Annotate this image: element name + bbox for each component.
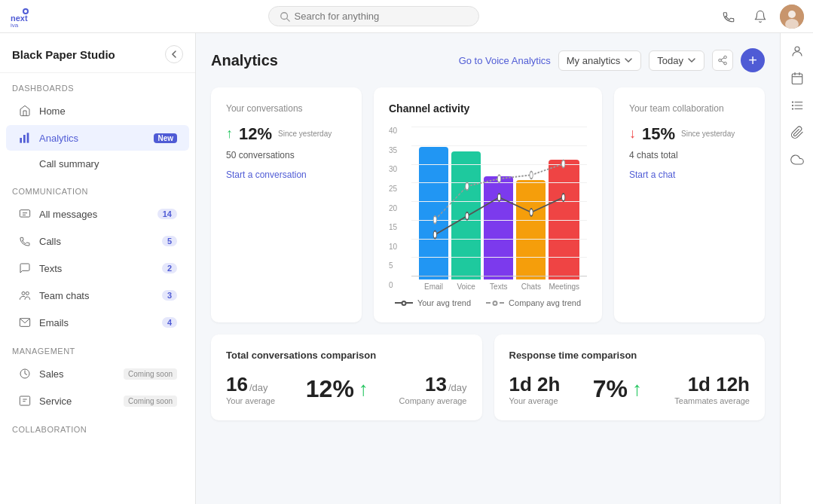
conversations-metric: ↑ 12% Since yesterday (226, 124, 347, 144)
dashboards-section-label: Dashboards (0, 73, 195, 97)
sidebar-item-emails-label: Emails (39, 317, 154, 328)
sidebar-item-service-label: Service (39, 396, 113, 407)
management-section-label: Management (0, 336, 195, 360)
right-bar-list-icon (790, 99, 804, 112)
sidebar-item-texts[interactable]: Texts 2 (6, 255, 189, 281)
collaboration-section-label: Collaboration (0, 414, 195, 438)
phone-icon-btn[interactable] (717, 5, 741, 29)
total-your-avg-unit: /day (249, 382, 268, 393)
legend-your-avg-label: Your avg trend (417, 298, 471, 307)
today-dropdown[interactable]: Today (649, 50, 704, 71)
bar-texts-label: Texts (490, 283, 507, 292)
start-conversation-link[interactable]: Start a conversation (226, 170, 347, 180)
sidebar-item-calls[interactable]: Calls 5 (6, 228, 189, 254)
sidebar-item-home[interactable]: Home (6, 98, 189, 124)
legend-company-avg-icon (486, 299, 504, 307)
y-axis-labels: 0 5 10 15 20 25 30 35 40 (389, 127, 411, 292)
total-company-avg-val: 13 (425, 373, 447, 396)
response-pct-up-arrow: ↑ (632, 377, 642, 401)
sidebar-item-call-summary[interactable]: Call summary (6, 152, 189, 176)
total-pct-block: 12% ↑ (306, 375, 368, 403)
sidebar-item-team-chats[interactable]: Team chats 3 (6, 283, 189, 308)
sidebar-item-emails[interactable]: Emails 4 (6, 310, 189, 335)
y-label-0: 0 (389, 281, 411, 289)
bell-icon-btn[interactable] (748, 5, 772, 29)
right-bar-list-btn[interactable] (785, 93, 809, 118)
right-bar-calendar-btn[interactable] (785, 66, 809, 90)
response-time-card: Response time comparison 1d 2h Your aver… (494, 334, 766, 420)
svg-point-4 (24, 10, 27, 13)
y-label-30: 30 (389, 165, 411, 173)
conversations-since: Since yesterday (278, 129, 332, 139)
bar-meetings-col: Meetings (549, 127, 579, 292)
logo[interactable]: next iva (9, 6, 30, 27)
sidebar-item-all-messages[interactable]: All messages 14 (6, 201, 189, 227)
collaboration-metric: ↓ 15% Since yesterday (629, 124, 750, 144)
response-teammates-avg: 1d 12h Teammates average (674, 373, 750, 405)
svg-rect-10 (20, 138, 22, 143)
collaboration-count: 4 chats total (629, 150, 750, 160)
collaboration-pct: 15% (642, 124, 675, 144)
search-box[interactable] (268, 6, 479, 26)
right-bar-attachment-icon (790, 126, 804, 139)
total-pct: 12% (306, 375, 354, 403)
team-chats-icon (18, 289, 32, 302)
bar-email-label: Email (424, 283, 443, 292)
emails-icon (18, 316, 32, 329)
total-company-avg-label: Company average (399, 396, 467, 405)
response-pct-block: 7% ↑ (593, 375, 642, 403)
add-button[interactable]: + (741, 48, 765, 72)
conversations-count: 50 conversations (226, 150, 347, 160)
communication-section-label: Communication (0, 176, 195, 200)
all-messages-icon (18, 207, 32, 221)
total-your-avg: 16 /day Your average (226, 373, 275, 405)
today-label: Today (657, 55, 683, 66)
bar-voice-label: Voice (457, 283, 475, 292)
service-coming-soon-badge: Coming soon (124, 396, 177, 407)
right-bar-user-btn[interactable] (785, 39, 809, 63)
avatar[interactable] (780, 5, 804, 29)
home-icon (18, 104, 32, 118)
search-input[interactable] (295, 11, 445, 22)
svg-point-22 (719, 59, 722, 62)
conversations-card-title: Your conversations (226, 102, 347, 115)
workspace-name: Black Paper Studio (12, 48, 115, 61)
my-analytics-dropdown[interactable]: My analytics (558, 50, 642, 71)
response-your-avg-label: Your average (509, 396, 561, 405)
bar-meetings (549, 160, 579, 280)
chevron-down-icon-2 (687, 56, 696, 65)
sales-icon (18, 367, 32, 380)
svg-point-45 (791, 105, 793, 106)
nextiva-logo-icon: next iva (9, 6, 30, 27)
analytics-icon (18, 131, 32, 145)
user-avatar-icon (780, 5, 804, 29)
top-nav: next iva (0, 0, 813, 33)
right-bar (780, 33, 813, 504)
total-your-avg-val: 16 (226, 373, 248, 396)
calls-icon (18, 234, 32, 248)
right-bar-cloud-btn[interactable] (785, 148, 809, 172)
start-chat-link[interactable]: Start a chat (629, 170, 750, 180)
texts-icon (18, 261, 32, 275)
total-pct-up-arrow: ↑ (359, 377, 368, 401)
response-your-avg: 1d 2h Your average (509, 373, 561, 405)
conversations-card: Your conversations ↑ 12% Since yesterday… (211, 87, 362, 322)
y-label-25: 25 (389, 185, 411, 193)
sidebar-item-service[interactable]: Service Coming soon (6, 388, 189, 414)
y-label-35: 35 (389, 146, 411, 154)
sidebar-item-analytics[interactable]: Analytics New (6, 125, 189, 151)
sidebar-item-sales[interactable]: Sales Coming soon (6, 361, 189, 386)
y-label-5: 5 (389, 261, 411, 270)
voice-analytics-link[interactable]: Go to Voice Analytics (459, 55, 551, 66)
sidebar-item-all-messages-label: All messages (39, 209, 150, 220)
collaboration-down-arrow: ↓ (629, 126, 636, 142)
chart-inner: 0 5 10 15 20 25 30 35 40 (389, 127, 587, 292)
right-bar-attachment-btn[interactable] (785, 121, 809, 145)
sidebar-collapse-button[interactable] (165, 45, 183, 63)
total-company-avg: 13 /day Company average (399, 373, 467, 405)
chevron-down-icon (624, 56, 633, 65)
share-button[interactable] (712, 50, 733, 71)
bar-meetings-label: Meetings (549, 283, 579, 292)
search-area (39, 6, 708, 26)
chevron-left-icon (170, 50, 179, 59)
